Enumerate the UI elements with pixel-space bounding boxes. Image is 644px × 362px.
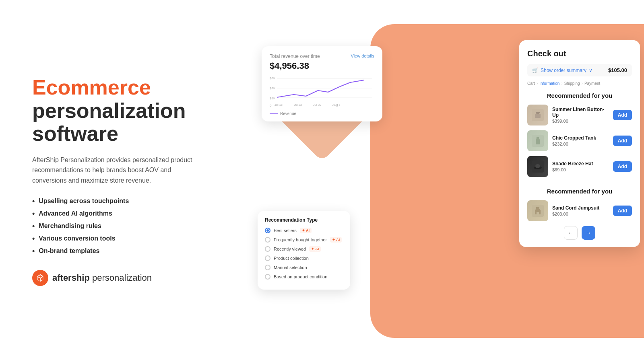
rec-label-4: Product collection — [274, 256, 309, 261]
svg-text:Aug 6: Aug 6 — [332, 103, 341, 107]
headline-orange: Ecommerce — [32, 76, 151, 99]
left-section: Ecommerce personalization software After… — [0, 52, 250, 310]
rec-label-5: Manual selection — [274, 265, 307, 270]
radio-frequently[interactable] — [265, 237, 270, 243]
headline-dark-line1: personalization — [32, 99, 217, 122]
aftership-icon — [32, 270, 48, 286]
rec-label-3: Recently viewed — [274, 247, 306, 251]
rec-label-2: Frequently bought together — [274, 237, 327, 242]
section1-title: Recommended for you — [527, 92, 632, 99]
order-summary-label: Show order summary — [541, 68, 586, 73]
radio-manual[interactable] — [265, 265, 270, 270]
nav-buttons: ← → — [527, 226, 632, 240]
add-button-3[interactable]: Add — [613, 161, 632, 172]
chart-legend: Revenue — [270, 111, 374, 116]
svg-text:$1K: $1K — [270, 97, 276, 100]
tank-icon — [532, 135, 544, 147]
svg-rect-12 — [535, 114, 541, 118]
hat-icon — [532, 160, 544, 173]
jumpsuit-icon — [532, 205, 544, 217]
breadcrumb-cart: Cart — [527, 81, 535, 86]
rec-label-1: Best sellers — [274, 228, 297, 233]
legend-label: Revenue — [280, 111, 296, 116]
product-info-2: Chic Cropped Tank $232.00 — [552, 135, 609, 146]
chart-card: Total revenue over time View details $4,… — [262, 46, 382, 121]
bullet-item: Upselling across touchpoints — [32, 197, 217, 206]
rec-type-card: Recommendation Type Best sellers ✦ AI Fr… — [258, 211, 350, 290]
logo-svg — [36, 274, 45, 282]
rec-option-2[interactable]: Frequently bought together ✦ AI — [265, 237, 343, 243]
next-button[interactable]: → — [582, 226, 595, 240]
product-thumb-2 — [527, 130, 548, 151]
svg-point-16 — [535, 164, 540, 168]
svg-text:Jul 23: Jul 23 — [294, 103, 302, 107]
radio-condition[interactable] — [265, 274, 270, 280]
breadcrumb: Cart › Information › Shipping › Payment — [527, 81, 632, 86]
rec-option-5[interactable]: Manual selection — [265, 265, 343, 270]
ai-badge-1: ✦ AI — [300, 228, 312, 233]
ai-badge-2: ✦ AI — [330, 237, 342, 243]
chart-value: $4,956.38 — [270, 61, 374, 71]
product-name-2: Chic Cropped Tank — [552, 135, 609, 141]
checkout-card: Check out 🛒 Show order summary ∨ $105.00… — [519, 40, 640, 247]
description: AfterShip Personalization provides perso… — [32, 155, 193, 186]
rec-option-4[interactable]: Product collection — [265, 255, 343, 261]
chevron-down-icon: ∨ — [589, 68, 592, 73]
radio-best-sellers[interactable] — [265, 228, 270, 233]
prev-button[interactable]: ← — [564, 226, 578, 240]
headline-dark-line2: software — [32, 122, 217, 145]
svg-text:Jul 30: Jul 30 — [313, 103, 321, 107]
bullet-item: Merchandising rules — [32, 222, 217, 230]
add-button-4[interactable]: Add — [613, 206, 632, 216]
product-row-2: Chic Cropped Tank $232.00 Add — [527, 130, 632, 151]
ai-badge-3: ✦ AI — [309, 246, 321, 252]
order-summary-left: 🛒 Show order summary ∨ — [532, 68, 592, 73]
product-thumb-1 — [527, 105, 548, 125]
product-name-4: Sand Cord Jumpsuit — [552, 205, 609, 211]
brand-logo: aftership personalization — [32, 270, 217, 286]
section-divider — [527, 182, 632, 182]
breadcrumb-payment: Payment — [584, 81, 600, 86]
product-info-3: Shade Breeze Hat $69.00 — [552, 161, 609, 172]
legend-line — [270, 113, 278, 114]
product-info-1: Summer Linen Button-Up $399.00 — [552, 107, 609, 123]
product-row-1: Summer Linen Button-Up $399.00 Add — [527, 105, 632, 125]
linen-icon — [532, 109, 544, 121]
radio-recently[interactable] — [265, 246, 270, 252]
feature-list: Upselling across touchpointsAdvanced AI … — [32, 197, 217, 255]
product-thumb-3 — [527, 156, 548, 177]
bullet-item: Advanced AI algorithms — [32, 210, 217, 218]
radio-product-collection[interactable] — [265, 255, 270, 261]
product-price-1: $399.00 — [552, 119, 609, 123]
checkout-title: Check out — [527, 49, 632, 58]
product-price-2: $232.00 — [552, 142, 609, 146]
add-button-2[interactable]: Add — [613, 136, 632, 146]
rec-type-title: Recommendation Type — [265, 217, 343, 223]
svg-text:$2K: $2K — [270, 86, 276, 90]
svg-text:0: 0 — [270, 104, 272, 107]
headline: Ecommerce personalization software — [32, 76, 217, 145]
svg-text:Jul 16: Jul 16 — [275, 103, 283, 107]
section2-title: Recommended for you — [527, 188, 632, 195]
brand-text: aftership personalization — [52, 273, 152, 283]
chart-title: Total revenue over time — [270, 53, 320, 59]
rec-label-6: Based on product condition — [274, 274, 327, 279]
rec-option-1[interactable]: Best sellers ✦ AI — [265, 228, 343, 233]
bullet-item: Various conversion tools — [32, 234, 217, 243]
order-summary-bar[interactable]: 🛒 Show order summary ∨ $105.00 — [527, 64, 632, 76]
product-price-4: $203.00 — [552, 212, 609, 216]
product-name-1: Summer Linen Button-Up — [552, 107, 609, 118]
chart-link[interactable]: View details — [351, 53, 375, 58]
breadcrumb-information[interactable]: Information — [539, 81, 559, 86]
svg-text:$3K: $3K — [270, 76, 276, 80]
breadcrumb-shipping: Shipping — [564, 81, 580, 86]
chart-svg: $3K $2K $1K 0 Jul 16 Jul 23 Jul 30 Aug 6 — [270, 75, 374, 107]
product-thumb-4 — [527, 200, 548, 221]
product-price-3: $69.00 — [552, 167, 609, 172]
rec-option-3[interactable]: Recently viewed ✦ AI — [265, 246, 343, 252]
bullet-item: On-brand templates — [32, 247, 217, 255]
cart-icon: 🛒 — [532, 68, 538, 73]
add-button-1[interactable]: Add — [613, 110, 632, 120]
order-total: $105.00 — [608, 67, 627, 73]
rec-option-6[interactable]: Based on product condition — [265, 274, 343, 280]
